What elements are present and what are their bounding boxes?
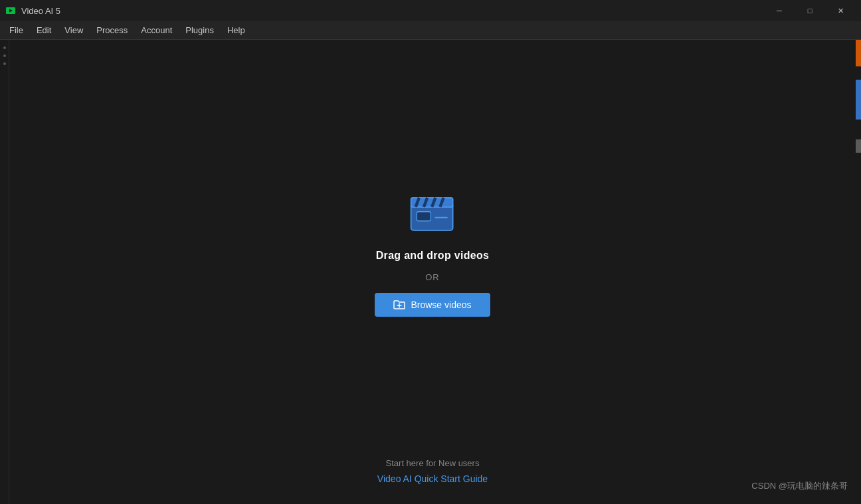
app-title: Video AI 5 xyxy=(21,6,60,16)
sidebar-dot-3 xyxy=(3,62,6,65)
menu-bar: File Edit View Process Account Plugins H… xyxy=(0,21,861,40)
quick-start-link[interactable]: Video AI Quick Start Guide xyxy=(377,473,488,484)
browse-videos-button[interactable]: Browse videos xyxy=(375,293,490,317)
menu-file[interactable]: File xyxy=(3,23,30,38)
window-controls: ─ □ ✕ xyxy=(764,0,856,21)
browse-button-label: Browse videos xyxy=(411,299,471,310)
sidebar-dot-2 xyxy=(3,54,6,57)
maximize-button[interactable]: □ xyxy=(795,0,825,21)
or-text: OR xyxy=(425,272,440,282)
title-left: Video AI 5 xyxy=(5,5,60,16)
right-accent-mid xyxy=(856,80,861,120)
menu-edit[interactable]: Edit xyxy=(30,23,58,38)
main-content: Drag and drop videos OR Browse videos St… xyxy=(9,40,856,504)
menu-view[interactable]: View xyxy=(58,23,90,38)
close-button[interactable]: ✕ xyxy=(825,0,856,21)
watermark: CSDN @玩电脑的辣条哥 xyxy=(751,480,848,492)
menu-process[interactable]: Process xyxy=(90,23,134,38)
drag-drop-text: Drag and drop videos xyxy=(376,250,489,262)
menu-account[interactable]: Account xyxy=(134,23,179,38)
minimize-button[interactable]: ─ xyxy=(764,0,795,21)
start-here-text: Start here for New users xyxy=(386,458,480,468)
right-accent-bot xyxy=(856,139,861,153)
browse-folder-icon xyxy=(393,299,405,310)
title-bar: Video AI 5 ─ □ ✕ xyxy=(0,0,861,21)
drop-zone[interactable]: Drag and drop videos OR Browse videos xyxy=(375,187,490,317)
menu-help[interactable]: Help xyxy=(221,23,252,38)
bottom-section: Start here for New users Video AI Quick … xyxy=(377,458,488,484)
menu-plugins[interactable]: Plugins xyxy=(179,23,221,38)
app-logo-icon xyxy=(5,5,16,16)
sidebar-dot-1 xyxy=(3,46,6,49)
clapperboard-icon xyxy=(406,187,459,234)
svg-rect-8 xyxy=(417,212,430,221)
left-sidebar xyxy=(0,40,9,504)
right-accent-top xyxy=(856,40,861,66)
